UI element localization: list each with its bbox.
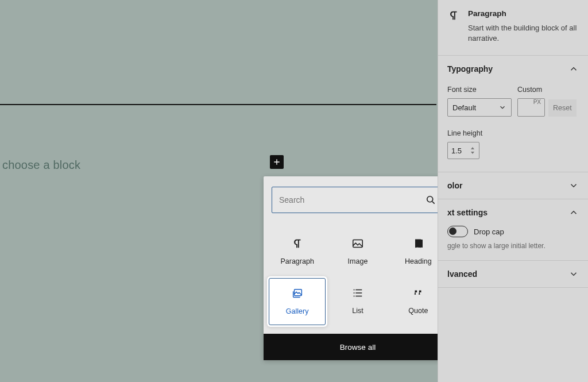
font-size-select[interactable]: Default (447, 98, 512, 117)
heading-icon (411, 237, 425, 250)
browse-all-button[interactable]: Browse all (264, 334, 452, 360)
block-card-title: Paragraph (468, 9, 506, 18)
line-height-value: 1.5 (451, 146, 462, 155)
advanced-panel-header[interactable]: lvanced (438, 261, 588, 287)
block-inserter-popover: Paragraph Image Heading Gallery List Quo… (264, 176, 452, 360)
add-block-button[interactable] (270, 155, 284, 169)
block-card: Paragraph Start with the building block … (438, 0, 588, 55)
gallery-icon (291, 287, 304, 300)
settings-sidebar: Paragraph Start with the building block … (438, 0, 588, 382)
chevron-down-icon (568, 180, 579, 191)
search-input[interactable] (279, 195, 425, 204)
image-icon (351, 237, 365, 250)
drop-cap-helper: ggle to show a large initial letter. (438, 242, 588, 260)
font-size-label: Font size (447, 86, 512, 94)
block-card-description: Start with the building block of all nar… (468, 23, 579, 44)
search-icon (425, 194, 436, 206)
block-tile-label: Gallery (286, 307, 309, 315)
panel-title: Typography (447, 64, 493, 74)
typography-panel-header[interactable]: Typography (438, 56, 588, 82)
block-tile-label: Paragraph (280, 257, 314, 265)
svg-point-0 (427, 196, 433, 202)
list-icon (351, 286, 365, 300)
drop-cap-label: Drop cap (474, 227, 504, 236)
paragraph-icon (447, 9, 460, 22)
block-tile-label: Heading (405, 257, 432, 265)
chevron-down-icon (568, 269, 579, 279)
chevron-down-icon (498, 103, 506, 111)
stepper-icon (470, 146, 475, 155)
block-tile-label: Image (348, 257, 368, 265)
font-size-value: Default (452, 103, 476, 112)
quote-icon (411, 286, 425, 300)
line-height-input[interactable]: 1.5 (447, 142, 479, 159)
chevron-up-icon (568, 207, 579, 218)
plus-icon (272, 157, 281, 167)
svg-rect-1 (353, 240, 363, 248)
block-tile-image[interactable]: Image (329, 229, 386, 275)
block-tile-label: List (352, 307, 363, 315)
panel-title: lvanced (447, 269, 477, 279)
drop-cap-toggle[interactable] (447, 226, 468, 237)
line-height-label: Line height (447, 129, 579, 137)
panel-title: xt settings (447, 208, 488, 217)
color-panel-header[interactable]: olor (438, 172, 588, 199)
block-placeholder[interactable]: choose a block (2, 159, 80, 172)
paragraph-icon (291, 237, 304, 250)
block-tile-gallery[interactable]: Gallery (269, 278, 326, 325)
chevron-up-icon (568, 64, 579, 74)
block-grid: Paragraph Image Heading Gallery List Quo… (264, 219, 452, 328)
typography-panel: Typography Font size Default Custom PX R… (438, 56, 588, 172)
panel-title: olor (447, 181, 462, 190)
custom-label: Custom (517, 86, 577, 94)
custom-size-input[interactable]: PX (517, 98, 545, 117)
block-tile-label: Quote (408, 307, 428, 315)
reset-button[interactable]: Reset (548, 99, 577, 117)
separator (0, 104, 436, 105)
block-tile-list[interactable]: List (329, 278, 386, 324)
block-tile-paragraph[interactable]: Paragraph (269, 229, 326, 275)
search-field[interactable] (272, 187, 444, 213)
text-settings-panel-header[interactable]: xt settings (438, 199, 588, 226)
